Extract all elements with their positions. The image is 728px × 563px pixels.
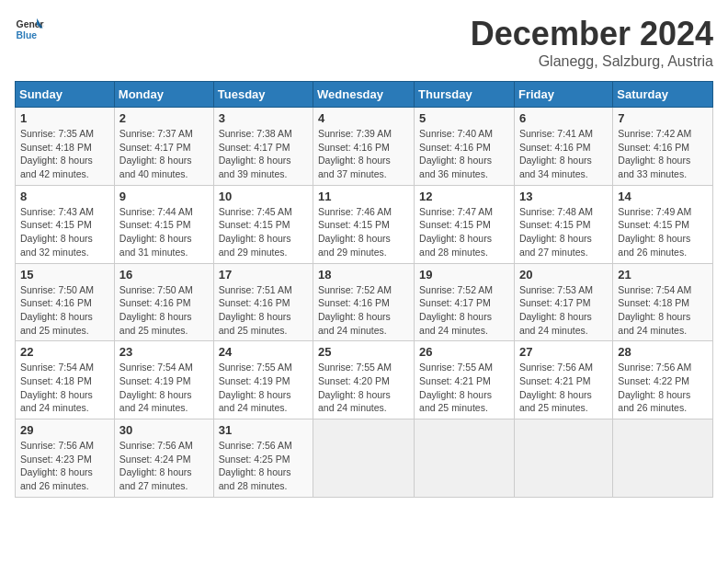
- header-sunday: Sunday: [16, 82, 115, 108]
- day-detail: Sunrise: 7:38 AMSunset: 4:17 PMDaylight:…: [219, 127, 308, 181]
- sunset-text: Sunset: 4:15 PM: [318, 219, 390, 230]
- calendar-cell: 8Sunrise: 7:43 AMSunset: 4:15 PMDaylight…: [16, 185, 115, 263]
- day-number: 23: [119, 345, 209, 359]
- day-number: 4: [318, 111, 409, 125]
- daylight-text: Daylight: 8 hours and 28 minutes.: [219, 466, 291, 491]
- daylight-text: Daylight: 8 hours and 24 minutes.: [219, 389, 291, 414]
- sunrise-text: Sunrise: 7:56 AM: [519, 362, 593, 373]
- calendar-cell: 19Sunrise: 7:52 AMSunset: 4:17 PMDayligh…: [415, 263, 515, 341]
- sunset-text: Sunset: 4:17 PM: [419, 297, 491, 308]
- day-number: 28: [618, 345, 708, 359]
- day-number: 24: [219, 345, 308, 359]
- sunrise-text: Sunrise: 7:42 AM: [618, 128, 691, 139]
- sunset-text: Sunset: 4:20 PM: [318, 375, 390, 386]
- daylight-text: Daylight: 8 hours and 36 minutes.: [419, 155, 492, 179]
- calendar-cell: 22Sunrise: 7:54 AMSunset: 4:18 PMDayligh…: [16, 341, 115, 419]
- calendar-cell: 31Sunrise: 7:56 AMSunset: 4:25 PMDayligh…: [213, 419, 313, 498]
- daylight-text: Daylight: 8 hours and 24 minutes.: [318, 311, 391, 336]
- calendar-cell: 29Sunrise: 7:56 AMSunset: 4:23 PMDayligh…: [16, 419, 115, 498]
- daylight-text: Daylight: 8 hours and 27 minutes.: [119, 466, 192, 491]
- calendar-table: Sunday Monday Tuesday Wednesday Thursday…: [15, 81, 713, 498]
- daylight-text: Daylight: 8 hours and 24 minutes.: [119, 389, 192, 414]
- calendar-cell: 15Sunrise: 7:50 AMSunset: 4:16 PMDayligh…: [16, 263, 115, 341]
- day-detail: Sunrise: 7:41 AMSunset: 4:16 PMDaylight:…: [519, 127, 608, 181]
- sunrise-text: Sunrise: 7:56 AM: [618, 362, 691, 373]
- day-detail: Sunrise: 7:56 AMSunset: 4:25 PMDaylight:…: [219, 439, 308, 493]
- day-detail: Sunrise: 7:42 AMSunset: 4:16 PMDaylight:…: [618, 127, 708, 181]
- day-detail: Sunrise: 7:56 AMSunset: 4:23 PMDaylight:…: [20, 439, 109, 493]
- sunrise-text: Sunrise: 7:54 AM: [119, 362, 193, 373]
- calendar-cell: 9Sunrise: 7:44 AMSunset: 4:15 PMDaylight…: [114, 185, 213, 263]
- day-number: 5: [419, 111, 509, 125]
- daylight-text: Daylight: 8 hours and 31 minutes.: [119, 233, 192, 258]
- sunset-text: Sunset: 4:15 PM: [519, 219, 591, 230]
- sunset-text: Sunset: 4:21 PM: [519, 375, 591, 386]
- day-number: 8: [20, 190, 109, 203]
- day-number: 19: [419, 268, 509, 282]
- sunrise-text: Sunrise: 7:38 AM: [219, 128, 292, 139]
- day-detail: Sunrise: 7:46 AMSunset: 4:15 PMDaylight:…: [318, 205, 409, 259]
- sunset-text: Sunset: 4:15 PM: [419, 219, 491, 230]
- daylight-text: Daylight: 8 hours and 26 minutes.: [618, 233, 690, 258]
- calendar-cell: [613, 419, 713, 498]
- sunrise-text: Sunrise: 7:55 AM: [318, 362, 392, 373]
- sunset-text: Sunset: 4:17 PM: [119, 142, 191, 153]
- day-number: 1: [20, 111, 109, 125]
- day-detail: Sunrise: 7:45 AMSunset: 4:15 PMDaylight:…: [219, 205, 308, 259]
- day-number: 21: [618, 268, 708, 282]
- calendar-cell: 20Sunrise: 7:53 AMSunset: 4:17 PMDayligh…: [514, 263, 612, 341]
- sunrise-text: Sunrise: 7:52 AM: [318, 284, 392, 295]
- calendar-cell: 30Sunrise: 7:56 AMSunset: 4:24 PMDayligh…: [114, 419, 213, 498]
- day-number: 31: [219, 423, 308, 437]
- calendar-cell: 11Sunrise: 7:46 AMSunset: 4:15 PMDayligh…: [313, 185, 415, 263]
- day-number: 27: [519, 345, 608, 359]
- header-tuesday: Tuesday: [213, 82, 313, 108]
- calendar-cell: 14Sunrise: 7:49 AMSunset: 4:15 PMDayligh…: [613, 185, 713, 263]
- sunset-text: Sunset: 4:19 PM: [219, 375, 290, 386]
- day-detail: Sunrise: 7:56 AMSunset: 4:22 PMDaylight:…: [618, 361, 708, 415]
- weekday-header-row: Sunday Monday Tuesday Wednesday Thursday…: [16, 82, 713, 108]
- calendar-cell: [514, 419, 612, 498]
- sunset-text: Sunset: 4:16 PM: [318, 297, 390, 308]
- calendar-cell: 6Sunrise: 7:41 AMSunset: 4:16 PMDaylight…: [514, 108, 612, 186]
- day-detail: Sunrise: 7:56 AMSunset: 4:24 PMDaylight:…: [119, 439, 209, 493]
- day-number: 2: [119, 111, 209, 125]
- calendar-cell: 21Sunrise: 7:54 AMSunset: 4:18 PMDayligh…: [613, 263, 713, 341]
- day-number: 11: [318, 190, 409, 203]
- day-detail: Sunrise: 7:55 AMSunset: 4:21 PMDaylight:…: [419, 361, 509, 415]
- day-detail: Sunrise: 7:48 AMSunset: 4:15 PMDaylight:…: [519, 205, 608, 259]
- daylight-text: Daylight: 8 hours and 37 minutes.: [318, 155, 391, 179]
- sunset-text: Sunset: 4:18 PM: [20, 142, 92, 153]
- sunrise-text: Sunrise: 7:49 AM: [618, 206, 691, 217]
- sunrise-text: Sunrise: 7:35 AM: [20, 128, 94, 139]
- sunset-text: Sunset: 4:16 PM: [419, 142, 491, 153]
- daylight-text: Daylight: 8 hours and 29 minutes.: [318, 233, 391, 258]
- day-detail: Sunrise: 7:56 AMSunset: 4:21 PMDaylight:…: [519, 361, 608, 415]
- logo: General Blue: [15, 15, 44, 44]
- day-number: 12: [419, 190, 509, 203]
- daylight-text: Daylight: 8 hours and 40 minutes.: [119, 155, 192, 179]
- daylight-text: Daylight: 8 hours and 25 minutes.: [119, 311, 192, 336]
- day-detail: Sunrise: 7:52 AMSunset: 4:16 PMDaylight:…: [318, 283, 409, 338]
- day-number: 15: [20, 268, 109, 282]
- day-detail: Sunrise: 7:53 AMSunset: 4:17 PMDaylight:…: [519, 283, 608, 338]
- day-detail: Sunrise: 7:43 AMSunset: 4:15 PMDaylight:…: [20, 205, 109, 259]
- day-number: 7: [618, 111, 708, 125]
- sunrise-text: Sunrise: 7:56 AM: [20, 440, 94, 451]
- sunset-text: Sunset: 4:16 PM: [318, 142, 390, 153]
- sunrise-text: Sunrise: 7:53 AM: [519, 284, 593, 295]
- calendar-cell: 4Sunrise: 7:39 AMSunset: 4:16 PMDaylight…: [313, 108, 415, 186]
- sunset-text: Sunset: 4:19 PM: [119, 375, 191, 386]
- daylight-text: Daylight: 8 hours and 27 minutes.: [519, 233, 592, 258]
- calendar-cell: 5Sunrise: 7:40 AMSunset: 4:16 PMDaylight…: [415, 108, 515, 186]
- calendar-cell: 25Sunrise: 7:55 AMSunset: 4:20 PMDayligh…: [313, 341, 415, 419]
- calendar-week-4: 22Sunrise: 7:54 AMSunset: 4:18 PMDayligh…: [16, 341, 713, 419]
- sunrise-text: Sunrise: 7:50 AM: [20, 284, 94, 295]
- sunset-text: Sunset: 4:15 PM: [618, 219, 689, 230]
- daylight-text: Daylight: 8 hours and 24 minutes.: [618, 311, 690, 336]
- calendar-week-1: 1Sunrise: 7:35 AMSunset: 4:18 PMDaylight…: [16, 108, 713, 186]
- daylight-text: Daylight: 8 hours and 34 minutes.: [519, 155, 592, 179]
- day-detail: Sunrise: 7:37 AMSunset: 4:17 PMDaylight:…: [119, 127, 209, 181]
- daylight-text: Daylight: 8 hours and 24 minutes.: [20, 389, 93, 414]
- day-detail: Sunrise: 7:40 AMSunset: 4:16 PMDaylight:…: [419, 127, 509, 181]
